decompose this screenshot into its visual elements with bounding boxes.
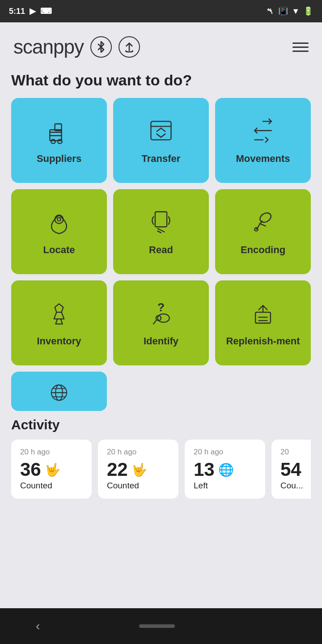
tile-movements[interactable]: Movements: [215, 98, 311, 183]
svg-line-15: [158, 231, 161, 233]
locate-label: Locate: [43, 244, 75, 256]
tile-locate[interactable]: Locate: [11, 189, 107, 274]
transfer-icon: [148, 117, 174, 148]
read-icon: [148, 208, 174, 239]
suppliers-label: Suppliers: [37, 153, 81, 165]
read-label: Read: [149, 244, 173, 256]
activity-count-0: 36: [20, 460, 41, 479]
svg-text:?: ?: [157, 301, 165, 314]
activity-time-1: 20 h ago: [107, 448, 169, 457]
main-content: What do you want to do? Suppliers: [0, 67, 322, 512]
activity-title: Activity: [11, 417, 311, 432]
section-title: What do you want to do?: [11, 72, 311, 89]
replenishment-label: Replenish-ment: [226, 335, 300, 347]
tile-identify[interactable]: ? Identify: [113, 280, 209, 365]
app-logo: scanppy: [13, 36, 84, 58]
bluetooth-icon[interactable]: [90, 36, 112, 58]
transfer-label: Transfer: [142, 153, 181, 165]
activity-label-3: Cou...: [280, 481, 311, 491]
svg-line-18: [260, 224, 266, 226]
movements-label: Movements: [236, 153, 290, 165]
header: scanppy: [0, 22, 322, 67]
tile-suppliers[interactable]: Suppliers: [11, 98, 107, 183]
status-bar: 5:11 ▶ ⌨ ⯲ 📳 ▼ 🔋: [0, 0, 322, 22]
locate-icon: [46, 208, 72, 239]
partial-tile-row: [11, 372, 311, 411]
tile-partial-globe[interactable]: [11, 372, 107, 411]
identify-label: Identify: [144, 335, 178, 347]
bluetooth-status-icon: ⯲: [267, 7, 275, 16]
activity-globe-icon-2: 🌐: [218, 462, 234, 477]
encoding-label: Encoding: [241, 244, 285, 256]
svg-line-23: [153, 321, 156, 324]
activity-count-3: 54: [280, 460, 301, 479]
activity-scroll[interactable]: 20 h ago 36 🤟 Counted 20 h ago 22 🤟 Coun…: [11, 440, 311, 503]
activity-label-1: Counted: [107, 481, 169, 491]
activity-card-3: 20 54 Cou...: [271, 440, 311, 499]
movements-icon: [250, 117, 276, 148]
activity-hand-icon-0: 🤟: [45, 462, 60, 477]
svg-point-16: [258, 211, 273, 224]
svg-point-2: [51, 139, 55, 143]
activity-hand-icon-1: 🤟: [131, 462, 147, 477]
activity-time-3: 20: [280, 448, 311, 457]
home-indicator[interactable]: [139, 624, 175, 628]
activity-label-2: Left: [194, 481, 256, 491]
activity-time-0: 20 h ago: [20, 448, 83, 457]
inventory-label: Inventory: [37, 335, 81, 347]
suppliers-icon: [46, 117, 72, 148]
svg-point-21: [158, 314, 169, 322]
play-icon: ▶: [30, 6, 36, 16]
tile-replenishment[interactable]: Replenish-ment: [215, 280, 311, 365]
encoding-icon: [250, 208, 276, 239]
bottom-nav: ‹: [0, 608, 322, 644]
activity-count-2: 13: [194, 460, 215, 479]
back-chevron[interactable]: ‹: [36, 619, 40, 633]
tile-grid-row3: Inventory ? Identify: [11, 280, 311, 365]
activity-label-0: Counted: [20, 481, 83, 491]
menu-icon[interactable]: [292, 42, 309, 52]
tile-read[interactable]: Read: [113, 189, 209, 274]
activity-card-2: 20 h ago 13 🌐 Left: [185, 440, 265, 499]
battery-icon: 🔋: [303, 6, 313, 16]
tile-inventory[interactable]: Inventory: [11, 280, 107, 365]
vibrate-icon: 📳: [278, 6, 288, 16]
replenishment-icon: [250, 300, 276, 330]
logo-area: scanppy: [13, 36, 140, 58]
activity-card-0: 20 h ago 36 🤟 Counted: [11, 440, 92, 499]
inventory-icon: [46, 300, 72, 330]
keyboard-icon: ⌨: [40, 6, 52, 16]
svg-point-11: [55, 215, 64, 224]
tile-grid-row1: Suppliers Transfer: [11, 98, 311, 183]
globe-icon: [48, 381, 70, 407]
upload-icon[interactable]: [119, 36, 140, 58]
activity-time-2: 20 h ago: [194, 448, 256, 457]
svg-point-12: [57, 217, 61, 221]
time-display: 5:11: [9, 7, 25, 16]
svg-point-3: [58, 139, 62, 143]
activity-count-1: 22: [107, 460, 128, 479]
tile-grid-row2: Locate Read: [11, 189, 311, 274]
tile-transfer[interactable]: Transfer: [113, 98, 209, 183]
tile-encoding[interactable]: Encoding: [215, 189, 311, 274]
wifi-icon: ▼: [292, 7, 300, 16]
svg-rect-13: [155, 212, 167, 227]
activity-card-1: 20 h ago 22 🤟 Counted: [98, 440, 178, 499]
identify-icon: ?: [148, 300, 174, 330]
